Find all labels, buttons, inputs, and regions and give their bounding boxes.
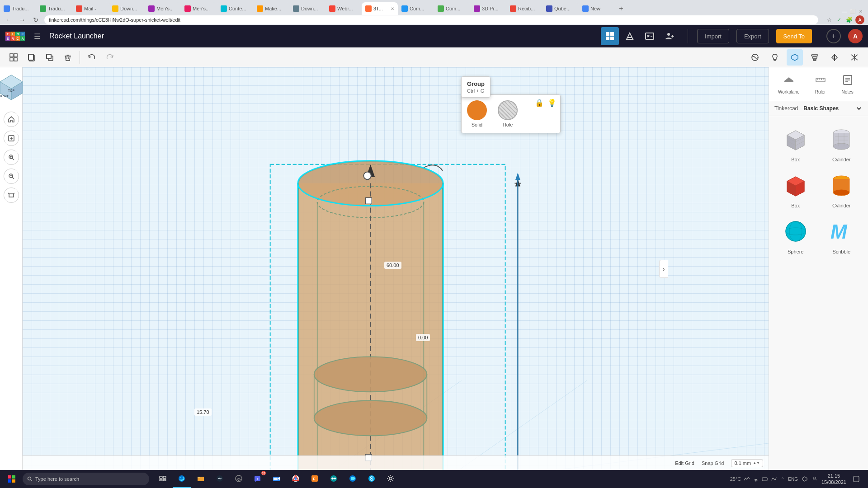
menu-icon[interactable]: ☰ [34, 32, 40, 41]
delete-button[interactable] [60, 49, 76, 66]
tab-qube[interactable]: Qube... [542, 2, 579, 15]
taskbar-show-hidden[interactable]: ⌃ [781, 477, 784, 482]
taskbar-zoom[interactable] [268, 470, 286, 488]
taskbar-search[interactable]: Type here to search [23, 473, 149, 485]
zoom-in-button[interactable] [4, 150, 19, 165]
back-button[interactable]: ← [4, 15, 14, 25]
shapes-selected-icon[interactable] [787, 49, 803, 66]
undo-button[interactable] [84, 49, 100, 66]
notes-tab[interactable]: Notes [838, 72, 858, 96]
workplane-tab[interactable]: Workplane [774, 72, 803, 96]
add-profile-button[interactable]: + [826, 29, 841, 43]
bulb-icon[interactable] [767, 49, 783, 66]
tab-webr[interactable]: Webr... [326, 2, 362, 15]
hole-color-picker[interactable] [498, 100, 518, 120]
export-button[interactable]: Export [736, 29, 769, 43]
zoom-fit-button[interactable] [4, 131, 19, 146]
extensions-icon[interactable]: 🧩 [845, 16, 853, 23]
shape-item-box-red[interactable]: Box [774, 168, 817, 210]
community-icon[interactable] [747, 49, 763, 66]
shapes-category-dropdown[interactable]: Basic Shapes [802, 105, 863, 112]
svg-rect-150 [12, 475, 15, 479]
duplicate-button[interactable] [42, 49, 58, 66]
tab-make[interactable]: Make... [253, 2, 289, 15]
copy-button[interactable] [24, 49, 40, 66]
edit-grid-button[interactable]: Edit Grid [675, 460, 694, 466]
tab-close-icon[interactable]: ✕ [391, 6, 394, 11]
taskbar-edge2[interactable] [344, 470, 362, 488]
import-button[interactable]: Import [697, 29, 729, 43]
send-to-button[interactable]: Send To [776, 29, 812, 43]
perspective-button[interactable] [4, 188, 19, 203]
taskbar-chrome[interactable] [287, 470, 305, 488]
extension-check-icon[interactable]: ✓ [835, 16, 843, 23]
tab-down2[interactable]: Down... [289, 2, 326, 15]
minimize-button[interactable]: — [841, 8, 848, 15]
tab-tradukka2[interactable]: Tradu... [36, 2, 72, 15]
notification-icon[interactable] [850, 473, 863, 485]
maximize-button[interactable]: ⬜ [849, 8, 856, 15]
taskbar-settings[interactable] [382, 470, 400, 488]
right-panel-toggle[interactable]: › [659, 260, 668, 278]
box-grey-label: Box [791, 157, 800, 162]
taskbar-discord[interactable]: 33 [249, 470, 267, 488]
tab-com1[interactable]: Com... [398, 2, 434, 15]
start-button[interactable] [2, 470, 22, 488]
hole-option[interactable]: Hole [498, 100, 518, 127]
solid-option[interactable]: Solid [467, 100, 487, 127]
snap-grid-select[interactable]: 0.1 mm ▲▼ [731, 459, 763, 467]
reload-button[interactable]: ↻ [31, 15, 41, 25]
shapes-category-select[interactable]: Basic Shapes [802, 105, 863, 112]
taskbar-explorer[interactable] [192, 470, 210, 488]
shape-item-box-grey[interactable]: Box [774, 122, 817, 164]
tab-com2[interactable]: Com... [434, 2, 470, 15]
tab-tradukka1[interactable]: Tradu... [0, 2, 36, 15]
taskbar-skype[interactable] [363, 470, 381, 488]
redo-button[interactable] [102, 49, 118, 66]
profile-icon[interactable]: A [855, 15, 864, 24]
bottom-bar: Edit Grid Snap Grid 0.1 mm ▲▼ [23, 455, 769, 470]
new-tab-button[interactable]: + [615, 2, 627, 15]
tab-mens1[interactable]: Men's... [145, 2, 181, 15]
lock-icon[interactable]: 🔒 [535, 99, 544, 107]
taskbar-fusion[interactable]: F [306, 470, 324, 488]
tab-recib[interactable]: Recib... [506, 2, 542, 15]
svg-rect-17 [28, 54, 33, 60]
tab-new[interactable]: New [579, 2, 615, 15]
logo-t: T [5, 32, 10, 36]
tab-conte[interactable]: Conte... [217, 2, 253, 15]
flip-icon[interactable] [826, 49, 843, 66]
taskbar-taskview[interactable] [154, 470, 172, 488]
align-icon[interactable] [807, 49, 823, 66]
canvas-area[interactable]: 60.00 15.70 0.00 Group Ctrl + G 🔒 💡 Soli… [23, 67, 769, 470]
tab-tinkercad[interactable]: 3T... ✕ [362, 2, 398, 15]
mirror-icon[interactable] [846, 49, 863, 66]
taskbar-steam[interactable] [211, 470, 229, 488]
bookmark-icon[interactable]: ☆ [826, 16, 833, 23]
taskbar-edge[interactable] [173, 470, 191, 488]
url-bar[interactable]: tinkercad.com/things/cCE3HiNw2dO-super-s… [44, 15, 818, 24]
grid-view-button[interactable] [601, 27, 619, 45]
light-icon[interactable]: 💡 [547, 99, 557, 107]
code-view-button[interactable] [641, 27, 659, 45]
tab-down1[interactable]: Down... [108, 2, 145, 15]
user-avatar[interactable]: A [848, 29, 863, 43]
close-button[interactable]: ✕ [857, 8, 864, 15]
tab-mail[interactable]: Mail - [72, 2, 108, 15]
shape-item-cylinder-grey[interactable]: Cylinder [821, 122, 863, 164]
solid-color-picker[interactable] [467, 100, 487, 120]
zoom-out-button[interactable] [4, 169, 19, 184]
home-button[interactable] [4, 112, 19, 127]
new-object-button[interactable] [5, 49, 22, 66]
ruler-tab[interactable]: Ruler [811, 72, 830, 96]
taskbar-radio[interactable] [230, 470, 248, 488]
tab-3dpr[interactable]: 3D Pr... [470, 2, 506, 15]
add-person-button[interactable] [660, 27, 679, 45]
shape-item-scribble[interactable]: M Scribble [821, 214, 863, 256]
shape-item-sphere-blue[interactable]: Sphere [774, 214, 817, 256]
build-view-button[interactable] [621, 27, 639, 45]
shape-item-cylinder-orange[interactable]: Cylinder [821, 168, 863, 210]
tab-mens2[interactable]: Men's... [181, 2, 217, 15]
forward-button[interactable]: → [17, 15, 27, 25]
taskbar-arduino[interactable] [325, 470, 343, 488]
